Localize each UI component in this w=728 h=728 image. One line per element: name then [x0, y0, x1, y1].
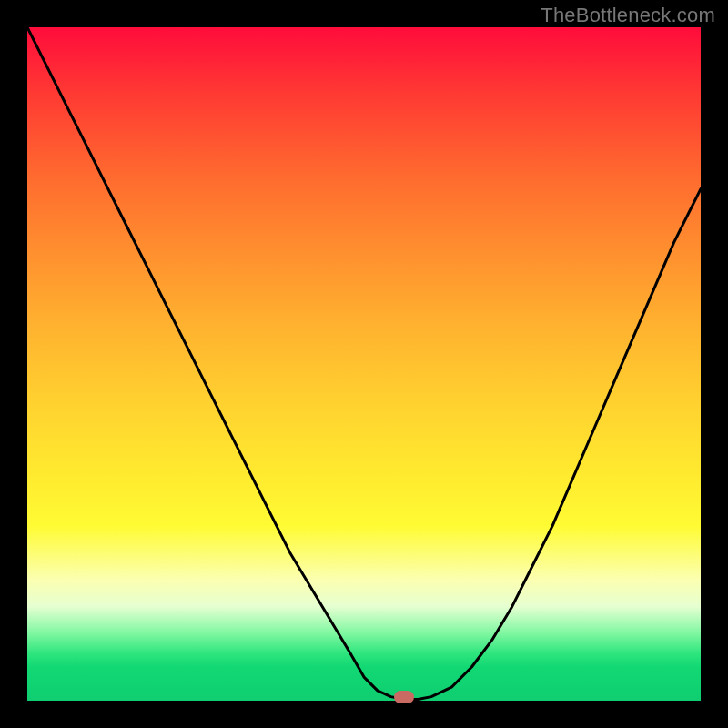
curve-svg	[27, 27, 701, 701]
bottleneck-curve	[27, 27, 701, 700]
plot-area	[27, 27, 701, 701]
bottleneck-marker	[394, 691, 414, 703]
chart-frame: TheBottleneck.com	[0, 0, 728, 728]
watermark-text: TheBottleneck.com	[541, 4, 715, 27]
